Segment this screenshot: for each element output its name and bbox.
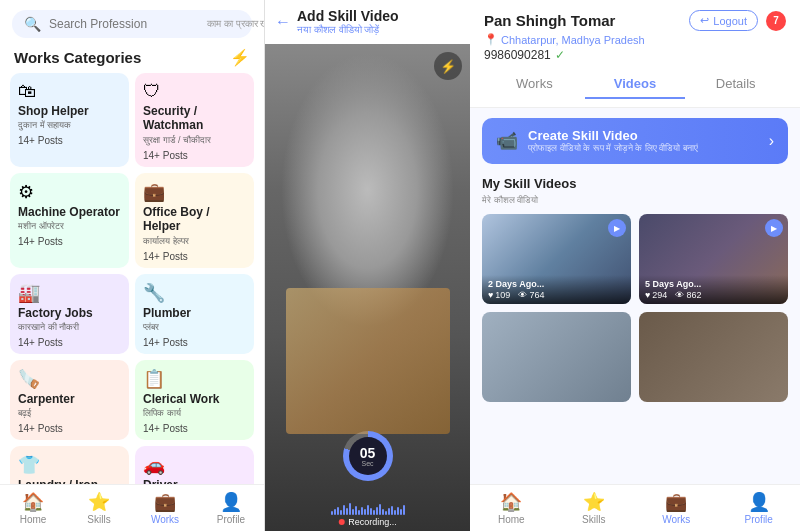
category-name: Machine Operator <box>18 205 121 219</box>
notification-badge[interactable]: 7 <box>766 11 786 31</box>
category-name: Plumber <box>143 306 246 320</box>
category-card-office-boy[interactable]: 💼 Office Boy / Helper कार्यालय हेल्पर 14… <box>135 173 254 268</box>
wave-bar <box>379 504 381 515</box>
wave-bar <box>403 505 405 515</box>
user-name: Pan Shingh Tomar <box>484 12 615 29</box>
works-right-label: Works <box>662 514 690 525</box>
category-icon: 🚗 <box>143 454 246 476</box>
view-stat: 👁 764 <box>518 290 544 300</box>
video-card-v1[interactable]: ▶ 2 Days Ago... ♥ 109 👁 764 <box>482 214 631 304</box>
nav-left-works[interactable]: 💼 Works <box>132 485 198 531</box>
category-hindi: दुकान में सहायक <box>18 120 121 131</box>
category-card-machine-operator[interactable]: ⚙ Machine Operator मशीन ऑपरेटर 14+ Posts <box>10 173 129 268</box>
category-card-carpenter[interactable]: 🪚 Carpenter बढ़ई 14+ Posts <box>10 360 129 440</box>
search-icon: 🔍 <box>24 16 41 32</box>
categories-header: Works Categories ⚡ <box>0 44 264 73</box>
category-posts: 14+ Posts <box>18 236 121 247</box>
wave-bar <box>370 508 372 515</box>
category-card-driver[interactable]: 🚗 Driver चालक / ड्राइवर 14+ Posts <box>135 446 254 484</box>
category-name: Office Boy / Helper <box>143 205 246 234</box>
like-stat: ♥ 294 <box>645 290 667 300</box>
category-icon: 🛍 <box>18 81 121 102</box>
middle-header: ← Add Skill Video नया कौशल वीडियो जोड़ें <box>265 0 470 44</box>
category-card-security-watchman[interactable]: 🛡 Security / Watchman सुरक्षा गार्ड / चौ… <box>135 73 254 167</box>
timer-unit: Sec <box>361 460 373 467</box>
video-flash-icon[interactable]: ⚡ <box>434 52 462 80</box>
nav-right-profile[interactable]: 👤 Profile <box>718 485 801 531</box>
category-card-shop-helper[interactable]: 🛍 Shop Helper दुकान में सहायक 14+ Posts <box>10 73 129 167</box>
video-card-v4[interactable] <box>639 312 788 402</box>
skill-videos-subtitle: मेरे कौशल वीडियो <box>482 195 788 206</box>
category-posts: 14+ Posts <box>143 251 246 262</box>
header-actions: ↩ Logout 7 <box>689 10 786 31</box>
like-count: 294 <box>652 290 667 300</box>
category-posts: 14+ Posts <box>18 135 121 146</box>
timer-number: 05 <box>360 446 376 460</box>
wave-bar <box>343 505 345 515</box>
video-stats: ♥ 294 👁 862 <box>645 290 782 300</box>
category-icon: 🏭 <box>18 282 121 304</box>
category-posts: 14+ Posts <box>18 423 121 434</box>
tab-details[interactable]: Details <box>685 70 786 99</box>
profile-icon: 👤 <box>220 491 242 513</box>
audio-waves <box>331 503 405 515</box>
video-thumbnail <box>482 312 631 402</box>
nav-right-works[interactable]: 💼 Works <box>635 485 718 531</box>
category-posts: 14+ Posts <box>143 337 246 348</box>
wave-bar <box>394 510 396 515</box>
user-row: Pan Shingh Tomar ↩ Logout 7 <box>484 10 786 31</box>
tab-works[interactable]: Works <box>484 70 585 99</box>
wave-bar <box>334 509 336 515</box>
category-card-plumber[interactable]: 🔧 Plumber प्लंबर 14+ Posts <box>135 274 254 354</box>
nav-left-skills[interactable]: ⭐ Skills <box>66 485 132 531</box>
category-card-factory-jobs[interactable]: 🏭 Factory Jobs कारखाने की नौकरी 14+ Post… <box>10 274 129 354</box>
category-card-clerical-work[interactable]: 📋 Clerical Work लिपिक कार्य 14+ Posts <box>135 360 254 440</box>
hands-area <box>286 288 450 434</box>
nav-right-home[interactable]: 🏠 Home <box>470 485 553 531</box>
categories-grid: 🛍 Shop Helper दुकान में सहायक 14+ Posts … <box>0 73 264 484</box>
category-icon: 👕 <box>18 454 121 476</box>
category-hindi: मशीन ऑपरेटर <box>18 221 121 232</box>
works-label: Works <box>151 514 179 525</box>
video-card-v3[interactable] <box>482 312 631 402</box>
home-right-icon: 🏠 <box>500 491 522 513</box>
skills-right-icon: ⭐ <box>583 491 605 513</box>
home-label: Home <box>20 514 47 525</box>
category-icon: 🪚 <box>18 368 121 390</box>
recording-label: Recording... <box>338 517 397 527</box>
category-name: Shop Helper <box>18 104 121 118</box>
video-overlay: 5 Days Ago... ♥ 294 👁 862 <box>639 275 788 304</box>
back-arrow[interactable]: ← <box>275 13 291 31</box>
search-input[interactable] <box>49 17 199 31</box>
nav-left-profile[interactable]: 👤 Profile <box>198 485 264 531</box>
profile-label: Profile <box>217 514 245 525</box>
view-stat: 👁 862 <box>675 290 701 300</box>
category-card-laundry-iron[interactable]: 👕 Laundry / Iron कपड़े धोना और प्रेस 14+… <box>10 446 129 484</box>
wave-bar <box>382 509 384 515</box>
search-bar[interactable]: 🔍 काम का प्रकार खोजें <box>12 10 252 38</box>
video-camera-icon: 📹 <box>496 130 518 152</box>
category-posts: 14+ Posts <box>18 337 121 348</box>
video-badge: ▶ <box>765 219 783 237</box>
category-name: Factory Jobs <box>18 306 121 320</box>
phone-text: 9986090281 <box>484 48 551 62</box>
middle-title-wrap: Add Skill Video नया कौशल वीडियो जोड़ें <box>297 8 399 36</box>
video-thumbnail <box>639 312 788 402</box>
category-hindi: प्लंबर <box>143 322 246 333</box>
wave-bar <box>400 509 402 515</box>
tab-videos[interactable]: Videos <box>585 70 686 99</box>
nav-left-home[interactable]: 🏠 Home <box>0 485 66 531</box>
like-stat: ♥ 109 <box>488 290 510 300</box>
skills-right-label: Skills <box>582 514 605 525</box>
bottom-nav-left: 🏠 Home ⭐ Skills 💼 Works 👤 Profile <box>0 484 264 531</box>
filter-icon[interactable]: ⚡ <box>230 48 250 67</box>
user-phone: 9986090281 ✓ <box>484 48 786 62</box>
profile-right-label: Profile <box>745 514 773 525</box>
category-posts: 14+ Posts <box>143 150 246 161</box>
video-card-v2[interactable]: ▶ 5 Days Ago... ♥ 294 👁 862 <box>639 214 788 304</box>
create-skill-card[interactable]: 📹 Create Skill Video प्रोफाइल वीडियो के … <box>482 118 788 164</box>
create-skill-title: Create Skill Video <box>528 128 759 143</box>
logout-button[interactable]: ↩ Logout <box>689 10 758 31</box>
nav-right-skills[interactable]: ⭐ Skills <box>553 485 636 531</box>
middle-subtitle: नया कौशल वीडियो जोड़ें <box>297 24 399 36</box>
